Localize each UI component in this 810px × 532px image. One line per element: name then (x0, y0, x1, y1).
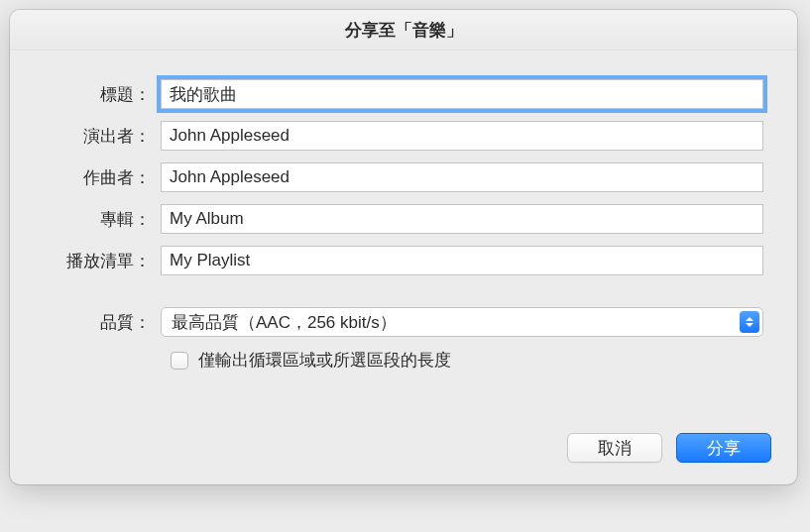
quality-select[interactable]: 最高品質（AAC，256 kbit/s） (161, 307, 763, 337)
share-to-music-dialog: 分享至「音樂」 標題： 演出者： 作曲者： 專輯： (10, 10, 797, 484)
quality-value: 最高品質（AAC，256 kbit/s） (172, 311, 397, 334)
cycle-region-checkbox[interactable] (171, 352, 188, 370)
album-label: 專輯： (44, 208, 161, 231)
updown-stepper-icon (740, 311, 759, 333)
title-label: 標題： (44, 83, 161, 106)
title-input[interactable] (161, 79, 763, 109)
dialog-content: 標題： 演出者： 作曲者： 專輯： 播放清單： (10, 51, 797, 393)
album-input[interactable] (161, 204, 763, 234)
composer-input[interactable] (161, 162, 763, 192)
dialog-footer: 取消 分享 (10, 393, 797, 484)
cancel-button[interactable]: 取消 (567, 433, 662, 463)
share-button[interactable]: 分享 (676, 433, 771, 463)
quality-label: 品質： (44, 311, 161, 334)
artist-input[interactable] (161, 121, 763, 151)
composer-label: 作曲者： (44, 166, 161, 189)
playlist-label: 播放清單： (44, 250, 161, 272)
cycle-region-label: 僅輸出循環區域或所選區段的長度 (198, 349, 451, 372)
playlist-input[interactable] (161, 246, 763, 275)
artist-label: 演出者： (44, 125, 161, 148)
dialog-title: 分享至「音樂」 (10, 10, 797, 51)
